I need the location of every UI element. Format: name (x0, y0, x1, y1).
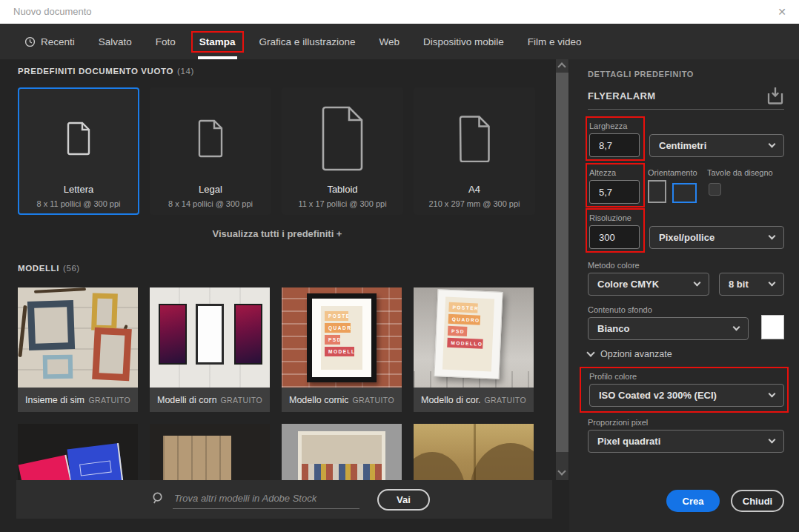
page-icon (283, 95, 402, 182)
unit-select[interactable]: Centimetri (649, 134, 784, 157)
unit-value: Centimetri (659, 140, 706, 151)
tab-label: Grafica e illustrazione (251, 31, 364, 53)
page-icon (19, 95, 138, 182)
template-thumbnail: POSTER QUADRO PSD MODELLO (414, 287, 534, 388)
tab-stampa[interactable]: Stampa (191, 24, 244, 59)
template-thumbnail (18, 424, 138, 480)
search-input[interactable] (173, 490, 359, 509)
tab-foto[interactable]: Foto (147, 24, 184, 59)
pixel-ratio-select[interactable]: Pixel quadrati (588, 430, 784, 453)
pixel-ratio-label: Proporzioni pixel (588, 418, 648, 427)
template-leaning-frame[interactable]: POSTER QUADRO PSD MODELLO Modello di cor… (414, 287, 534, 412)
background-select[interactable]: Bianco (588, 317, 749, 340)
chevron-down-icon (769, 232, 776, 239)
dialog-title: Nuovo documento (13, 6, 92, 17)
template-frames-set[interactable]: Insieme di sim... GRATUITO (18, 287, 138, 412)
template-name: Insieme di sim... (25, 395, 84, 405)
create-button[interactable]: Crea (666, 490, 720, 512)
tab-grafica[interactable]: Grafica e illustrazione (251, 24, 364, 59)
orientation-label: Orientamento (648, 168, 697, 177)
color-mode-value: Colore CMYK (597, 279, 659, 290)
blank-presets-heading: PREDEFINITI DOCUMENTO VUOTO(14) (18, 67, 194, 76)
template-badge: GRATUITO (221, 396, 262, 405)
preset-row: Lettera 8 x 11 pollici @ 300 ppi Legal 8… (18, 87, 535, 215)
tab-recenti[interactable]: Recenti (16, 24, 83, 59)
preset-details-panel: DETTAGLI PREDEFINITO FLYERALARM Larghezz… (569, 59, 799, 532)
orientation-portrait-icon[interactable] (648, 180, 666, 203)
resolution-label: Risoluzione (589, 213, 631, 222)
artboards-checkbox[interactable] (709, 183, 721, 196)
blank-presets-title: PREDEFINITI DOCUMENTO VUOTO (18, 67, 173, 76)
details-header: DETTAGLI PREDEFINITO (588, 70, 694, 79)
preset-tabloid[interactable]: Tabloid 11 x 17 pollici @ 300 ppi (282, 87, 403, 215)
templates-heading: MODELLI(56) (18, 264, 80, 273)
templates-title: MODELLI (18, 264, 59, 273)
scrollbar-thumb[interactable] (556, 73, 568, 452)
show-all-presets-link[interactable]: Visualizza tutti i predefiniti + (0, 228, 554, 239)
poster-word: MODELLO (325, 347, 354, 356)
background-label: Contenuto sfondo (588, 305, 652, 314)
poster-word: PSD (448, 326, 467, 336)
scroll-up-icon[interactable] (557, 62, 566, 70)
background-color-swatch[interactable] (761, 315, 784, 339)
template-thumbnail (414, 424, 534, 480)
clock-icon (24, 36, 36, 47)
template-name: Modello di cor... (421, 395, 480, 405)
bit-depth-select[interactable]: 8 bit (719, 273, 784, 296)
height-input[interactable] (589, 180, 640, 204)
color-mode-label: Metodo colore (588, 261, 640, 270)
tab-dispositivo-mobile[interactable]: Dispositivo mobile (415, 24, 512, 59)
template-poster-wall[interactable]: Modelli di corn... GRATUITO (150, 287, 270, 412)
chevron-down-icon (769, 279, 776, 286)
chevron-down-icon (769, 140, 776, 147)
template-vintage-landscape[interactable] (414, 424, 534, 480)
template-brick-frame[interactable]: POSTER QUADRO PSD MODELLO Modello cornic… (282, 287, 402, 412)
color-profile-label: Profilo colore (589, 372, 637, 381)
advanced-options-label: Opzioni avanzate (600, 349, 672, 359)
color-profile-value: ISO Coated v2 300% (ECI) (599, 390, 717, 401)
width-label: Larghezza (589, 122, 627, 130)
titlebar: Nuovo documento ✕ (0, 0, 799, 24)
template-photo-mockup[interactable] (282, 424, 402, 480)
template-name: Modello cornic... (289, 395, 348, 405)
document-name-field[interactable]: FLYERALARM (588, 90, 655, 102)
tab-label: Web (371, 31, 408, 53)
poster-word: MODELLO (447, 338, 483, 349)
close-icon[interactable]: ✕ (772, 3, 792, 21)
bit-depth-value: 8 bit (729, 279, 749, 290)
advanced-options-toggle[interactable]: Opzioni avanzate (588, 349, 672, 359)
template-book-mockup[interactable] (18, 424, 138, 480)
chevron-down-icon (586, 348, 594, 356)
tab-film-e-video[interactable]: Film e video (520, 24, 590, 59)
preset-a4[interactable]: A4 210 x 297 mm @ 300 ppi (414, 87, 535, 215)
scroll-down-icon[interactable] (557, 467, 566, 475)
poster-word: PSD (325, 335, 340, 345)
adobe-stock-search-bar: Vai (16, 480, 552, 519)
preset-spec: 210 x 297 mm @ 300 ppi (428, 199, 520, 208)
new-document-dialog: Nuovo documento ✕ Recenti Salvato Foto S… (0, 0, 799, 532)
resolution-unit-select[interactable]: Pixel/pollice (649, 226, 784, 249)
background-value: Bianco (597, 323, 629, 334)
resolution-input[interactable] (589, 225, 640, 249)
download-preset-icon[interactable] (766, 86, 784, 108)
poster-word: QUADRO (448, 314, 480, 325)
preset-lettera[interactable]: Lettera 8 x 11 pollici @ 300 ppi (18, 87, 139, 215)
close-button[interactable]: Chiudi (731, 490, 784, 512)
tab-label: Foto (147, 31, 184, 53)
poster-word: POSTER (448, 302, 478, 313)
orientation-landscape-icon[interactable] (672, 183, 697, 203)
color-mode-select[interactable]: Colore CMYK (588, 273, 709, 296)
color-profile-select[interactable]: ISO Coated v2 300% (ECI) (589, 384, 784, 407)
tab-salvato[interactable]: Salvato (90, 24, 140, 59)
left-pane-scrollbar[interactable] (556, 59, 568, 480)
document-name-row: FLYERALARM (588, 84, 784, 110)
search-go-button[interactable]: Vai (377, 489, 430, 511)
tab-web[interactable]: Web (371, 24, 408, 59)
page-icon (415, 95, 534, 182)
template-badge: GRATUITO (89, 396, 130, 405)
template-wood-mockup[interactable] (150, 424, 270, 480)
presets-pane: PREDEFINITI DOCUMENTO VUOTO(14) Lettera … (0, 59, 554, 532)
preset-legal[interactable]: Legal 8 x 14 pollici @ 300 ppi (150, 87, 271, 215)
preset-spec: 8 x 11 pollici @ 300 ppi (36, 199, 120, 208)
width-input[interactable] (589, 133, 640, 157)
